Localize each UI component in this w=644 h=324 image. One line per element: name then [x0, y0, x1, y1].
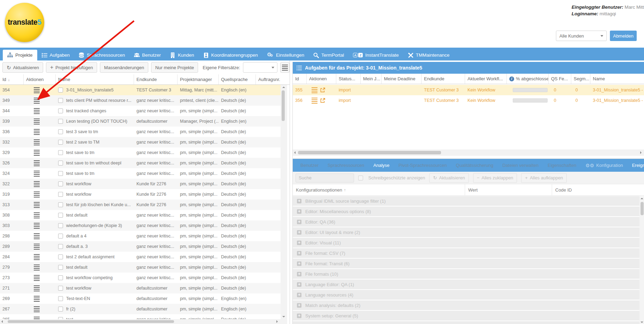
vertical-scrollbar[interactable]: [639, 196, 644, 324]
expand-icon[interactable]: +: [297, 220, 301, 224]
row-checkbox[interactable]: [58, 161, 63, 165]
tab-pivot-sprachressourcen[interactable]: Pivot-Sprachressourcen: [394, 163, 451, 168]
horizontal-scrollbar[interactable]: [293, 149, 644, 156]
scroll-right-arrow[interactable]: [276, 320, 278, 323]
actions-menu-icon[interactable]: [34, 306, 40, 312]
expand-icon[interactable]: +: [297, 314, 301, 318]
row-actions[interactable]: [24, 273, 56, 283]
tab-dateien-verwalten[interactable]: Dateien verwalten: [498, 163, 543, 168]
row-actions[interactable]: [24, 283, 56, 293]
actions-menu-icon[interactable]: [34, 233, 40, 239]
expand-icon[interactable]: +: [297, 293, 301, 297]
row-checkbox[interactable]: [58, 140, 63, 145]
row-actions[interactable]: [24, 137, 56, 147]
column-header-id[interactable]: Id: [293, 74, 307, 84]
nav-tab-koordinatorengruppen[interactable]: Koordinatorengruppen: [199, 50, 262, 60]
refresh-button[interactable]: ↻Aktualisieren: [2, 62, 43, 73]
actions-menu-icon[interactable]: [34, 171, 40, 177]
row-checkbox[interactable]: [58, 108, 63, 113]
row-checkbox[interactable]: [58, 171, 63, 176]
column-header-aktionen[interactable]: Aktionen: [24, 74, 56, 84]
row-checkbox[interactable]: [58, 213, 63, 218]
readonly-checkbox-wrap[interactable]: Schreibgeschützte anzeigen: [358, 175, 425, 180]
actions-menu-icon[interactable]: [34, 296, 40, 302]
expand-icon[interactable]: +: [297, 241, 301, 245]
expand-icon[interactable]: +: [297, 261, 301, 266]
nav-tab-kunden[interactable]: Kunden: [165, 50, 199, 60]
project-row[interactable]: 279 test default ganz neuer kritisc... p…: [0, 262, 281, 273]
project-row[interactable]: 332 test 2 save to TM ganz neuer kritisc…: [0, 137, 281, 147]
add-project-button[interactable]: +Projekt hinzufügen: [46, 62, 97, 73]
expand-icon[interactable]: +: [297, 209, 301, 214]
row-actions[interactable]: [24, 252, 56, 262]
refresh-button[interactable]: ↻Aktualisieren: [429, 173, 469, 183]
project-row[interactable]: 349 tets client PM without resource r...…: [0, 95, 281, 106]
row-checkbox[interactable]: [58, 181, 63, 186]
scrollbar-thumb[interactable]: [641, 202, 644, 215]
project-row[interactable]: 326 test save to tm without deepl ganz n…: [0, 158, 281, 168]
row-actions[interactable]: [307, 95, 336, 106]
project-row[interactable]: 308 test default ganz neuer kritisc... p…: [0, 210, 281, 220]
column-header-quellsprache[interactable]: Quellsprache: [219, 74, 256, 84]
column-header-segmente[interactable]: Segm...: [571, 74, 590, 84]
column-header-qs[interactable]: QS Fe...: [549, 74, 571, 84]
expand-icon[interactable]: +: [297, 303, 301, 308]
expand-icon[interactable]: +: [297, 272, 301, 276]
column-header-workflow[interactable]: Aktueller Workfl...: [465, 74, 507, 84]
scrollbar-thumb[interactable]: [298, 151, 441, 154]
row-actions[interactable]: [24, 304, 56, 314]
actions-menu-icon[interactable]: [34, 223, 40, 229]
readonly-checkbox[interactable]: [358, 176, 363, 180]
row-checkbox[interactable]: [58, 296, 63, 301]
column-header-abgeschlossen[interactable]: i% abgeschlossen: [507, 74, 549, 84]
column-header-konfigurationsoptionen[interactable]: Konfigurationsoptionen↑: [293, 184, 465, 195]
expand-icon[interactable]: +: [297, 199, 301, 203]
project-row[interactable]: 267 fr (2) defaultcustomer pm, simple (s…: [0, 304, 281, 314]
actions-menu-icon[interactable]: [34, 192, 40, 197]
config-group-row[interactable]: + Bilingual IDML source language filter …: [293, 196, 639, 206]
row-actions[interactable]: [24, 127, 56, 137]
project-row[interactable]: 322 test workflow Kunde für 2276 pm, sim…: [0, 179, 281, 189]
row-actions[interactable]: [24, 147, 56, 158]
logout-button[interactable]: Abmelden: [610, 31, 637, 41]
project-row[interactable]: 269 Test-text-EN defaultcustomer pm, sim…: [0, 293, 281, 304]
nav-tab-aufgaben[interactable]: Aufgaben: [37, 50, 74, 60]
project-row[interactable]: 319 test workflow Kunde für 2276 pm, sim…: [0, 189, 281, 200]
actions-menu-icon[interactable]: [34, 150, 40, 156]
row-checkbox[interactable]: [58, 119, 63, 124]
actions-menu-icon[interactable]: [34, 139, 40, 145]
config-group-row[interactable]: + File formats (10): [293, 269, 639, 279]
row-checkbox[interactable]: [58, 129, 63, 134]
column-header-wert[interactable]: Wert: [465, 184, 552, 195]
nav-tab-sprachressourcen[interactable]: Sprachressourcen: [74, 50, 129, 60]
row-checkbox[interactable]: [58, 223, 63, 228]
row-actions[interactable]: [24, 85, 56, 95]
expand-all-button[interactable]: +Alles aufklappen: [521, 173, 567, 183]
row-checkbox[interactable]: [58, 150, 63, 155]
row-actions[interactable]: [24, 262, 56, 273]
tab-konfiguration[interactable]: ⚙⚙Konfiguration: [581, 163, 628, 168]
actions-menu-icon[interactable]: [34, 98, 40, 104]
row-actions[interactable]: [24, 158, 56, 168]
project-row[interactable]: 354 3-01_Mission_translate5 TEST Custome…: [0, 85, 281, 95]
nav-tab-instanttranslate[interactable]: AZ InstantTranslate: [348, 50, 403, 60]
column-header-id[interactable]: Id↓: [0, 74, 24, 84]
row-actions[interactable]: [24, 293, 56, 304]
project-row[interactable]: 344 test tracked changes ganz neuer krit…: [0, 106, 281, 116]
config-group-row[interactable]: + Editor: QA (36): [293, 217, 639, 227]
row-actions[interactable]: [24, 179, 56, 189]
row-actions[interactable]: [24, 210, 56, 220]
row-checkbox[interactable]: [58, 307, 63, 311]
tab-analyse[interactable]: Analyse: [369, 163, 394, 168]
nav-tab-termportal[interactable]: TermPortal: [309, 50, 348, 60]
scroll-right-arrow[interactable]: [640, 151, 642, 154]
tab-ereignisse[interactable]: Ereignisse: [627, 163, 644, 168]
actions-menu-icon[interactable]: [312, 98, 317, 104]
scroll-up-arrow[interactable]: [282, 87, 285, 88]
column-header-name[interactable]: Name: [56, 74, 134, 84]
row-actions[interactable]: [307, 85, 336, 95]
scroll-down-arrow[interactable]: [282, 316, 285, 317]
row-actions[interactable]: [24, 241, 56, 252]
config-group-row[interactable]: + Language Editor: QA (1): [293, 280, 639, 289]
column-header-status[interactable]: Status...: [336, 74, 361, 84]
